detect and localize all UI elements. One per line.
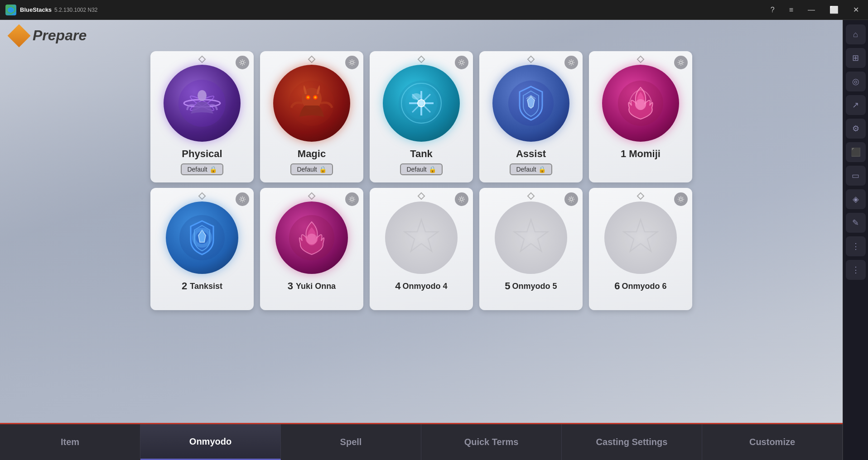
svg-point-38 bbox=[570, 198, 573, 201]
svg-point-35 bbox=[306, 234, 317, 244]
restore-button[interactable]: ⬜ bbox=[826, 4, 842, 16]
card-indicator-tanksist bbox=[198, 192, 206, 200]
game-area: Prepare bbox=[0, 20, 843, 460]
sidebar-globe-btn[interactable]: ◎ bbox=[846, 72, 866, 91]
sidebar-camera-btn[interactable]: ⬛ bbox=[846, 142, 866, 162]
card-indicator-yukionna bbox=[308, 192, 316, 200]
menu-button[interactable]: ≡ bbox=[786, 4, 797, 16]
svg-point-27 bbox=[680, 61, 682, 64]
svg-point-2 bbox=[241, 61, 244, 64]
card-indicator-physical bbox=[198, 56, 206, 63]
sidebar-edit-btn[interactable]: ✎ bbox=[846, 213, 866, 233]
svg-point-33 bbox=[351, 198, 353, 201]
cards-container: Physical Default 🔒 bbox=[0, 51, 843, 423]
card-image-onmyodo6 bbox=[604, 201, 677, 274]
card-name-onmyodo6: 6 Onmyodo 6 bbox=[614, 280, 666, 292]
sidebar-share-btn[interactable]: ↗ bbox=[846, 95, 866, 115]
card-name-magic: Magic bbox=[298, 148, 326, 160]
card-name-physical: Physical bbox=[182, 148, 222, 160]
card-image-yukionna bbox=[275, 201, 348, 274]
sidebar-more1-btn[interactable]: ⋮ bbox=[846, 236, 866, 256]
svg-marker-41 bbox=[624, 220, 657, 251]
card-onmyodo5[interactable]: 5 Onmyodo 5 bbox=[479, 188, 583, 310]
card-indicator-onmyodo6 bbox=[637, 192, 645, 200]
svg-point-25 bbox=[570, 61, 573, 64]
card-image-magic bbox=[273, 65, 350, 142]
card-settings-yukionna[interactable] bbox=[345, 192, 359, 206]
card-name-assist: Assist bbox=[516, 148, 546, 160]
card-tanksist[interactable]: 2 Tanksist bbox=[150, 188, 254, 310]
card-settings-assist[interactable] bbox=[564, 56, 578, 69]
window-controls: ? ≡ — ⬜ ✕ bbox=[767, 4, 863, 16]
card-image-tank bbox=[383, 65, 460, 142]
card-name-tanksist: 2 Tanksist bbox=[182, 280, 222, 292]
card-magic[interactable]: Magic Default 🔒 bbox=[260, 51, 363, 182]
card-name-momiji: 1 Momiji bbox=[621, 148, 661, 160]
game-header: Prepare bbox=[0, 20, 843, 51]
card-badge-physical: Default 🔒 bbox=[181, 163, 223, 175]
card-badge-magic: Default 🔒 bbox=[290, 163, 333, 175]
title-bar: BlueStacks 5.2.130.1002 N32 ? ≡ — ⬜ ✕ bbox=[0, 0, 868, 20]
card-physical[interactable]: Physical Default 🔒 bbox=[150, 51, 254, 182]
close-button[interactable]: ✕ bbox=[849, 4, 863, 16]
card-settings-onmyodo5[interactable] bbox=[564, 192, 578, 206]
svg-point-13 bbox=[307, 96, 309, 99]
card-settings-tanksist[interactable] bbox=[236, 192, 249, 206]
svg-point-8 bbox=[351, 61, 353, 64]
bluestacks-logo bbox=[5, 5, 16, 15]
card-name-onmyodo5: 5 Onmyodo 5 bbox=[505, 280, 557, 292]
card-onmyodo6[interactable]: 6 Onmyodo 6 bbox=[589, 188, 692, 310]
card-settings-onmyodo4[interactable] bbox=[455, 192, 468, 206]
tab-customize[interactable]: Customize bbox=[702, 424, 843, 460]
svg-point-7 bbox=[198, 90, 207, 101]
sidebar-more2-btn[interactable]: ⋮ bbox=[846, 260, 866, 280]
card-onmyodo4[interactable]: 4 Onmyodo 4 bbox=[370, 188, 473, 310]
tab-item[interactable]: Item bbox=[0, 424, 140, 460]
card-image-onmyodo5 bbox=[495, 201, 567, 274]
card-image-assist bbox=[492, 65, 569, 142]
tab-castingsettings[interactable]: Casting Settings bbox=[562, 424, 702, 460]
card-indicator-onmyodo4 bbox=[418, 192, 425, 200]
card-indicator-magic bbox=[308, 56, 316, 63]
svg-point-15 bbox=[460, 61, 463, 64]
card-image-tanksist bbox=[166, 201, 238, 274]
sidebar-settings-btn[interactable]: ⚙ bbox=[846, 119, 866, 139]
card-image-onmyodo4 bbox=[385, 201, 458, 274]
card-tank[interactable]: Tank Default 🔒 bbox=[370, 51, 473, 182]
card-name-tank: Tank bbox=[410, 148, 433, 160]
card-settings-magic[interactable] bbox=[345, 56, 359, 69]
card-settings-momiji[interactable] bbox=[674, 56, 688, 69]
tab-quickterms[interactable]: Quick Terms bbox=[421, 424, 562, 460]
card-yukionna[interactable]: 3 Yuki Onna bbox=[260, 188, 363, 310]
header-diamond-icon bbox=[8, 24, 31, 47]
card-indicator-assist bbox=[527, 56, 535, 63]
help-button[interactable]: ? bbox=[767, 4, 778, 16]
card-indicator-tank bbox=[418, 56, 425, 63]
card-badge-assist: Default 🔒 bbox=[510, 163, 552, 175]
app-version: 5.2.130.1002 N32 bbox=[54, 7, 97, 13]
minimize-button[interactable]: — bbox=[804, 4, 819, 16]
sidebar-grid-btn[interactable]: ⊞ bbox=[846, 48, 866, 68]
card-settings-tank[interactable] bbox=[455, 56, 468, 69]
card-assist[interactable]: Assist Default 🔒 bbox=[479, 51, 583, 182]
card-momiji[interactable]: 1 Momiji bbox=[589, 51, 692, 182]
svg-point-24 bbox=[418, 100, 425, 107]
app-name: BlueStacks bbox=[20, 6, 52, 13]
card-indicator-momiji bbox=[637, 56, 645, 63]
tab-onmyodo[interactable]: Onmyodo bbox=[140, 424, 281, 460]
sidebar-home-btn[interactable]: ⌂ bbox=[846, 24, 866, 44]
card-name-onmyodo4: 4 Onmyodo 4 bbox=[395, 280, 447, 292]
svg-point-40 bbox=[680, 198, 682, 201]
sidebar-folder-btn[interactable]: ▭ bbox=[846, 166, 866, 186]
svg-marker-37 bbox=[405, 220, 438, 251]
card-settings-onmyodo6[interactable] bbox=[674, 192, 688, 206]
card-badge-tank: Default 🔒 bbox=[400, 163, 442, 175]
card-name-yukionna: 3 Yuki Onna bbox=[288, 280, 336, 292]
card-image-physical bbox=[164, 65, 241, 142]
svg-point-36 bbox=[460, 198, 463, 201]
sidebar-gamepad-btn[interactable]: ◈ bbox=[846, 189, 866, 209]
page-title: Prepare bbox=[33, 27, 87, 44]
cards-row-1: Physical Default 🔒 bbox=[11, 51, 832, 182]
tab-spell[interactable]: Spell bbox=[281, 424, 421, 460]
card-settings-physical[interactable] bbox=[236, 56, 249, 69]
